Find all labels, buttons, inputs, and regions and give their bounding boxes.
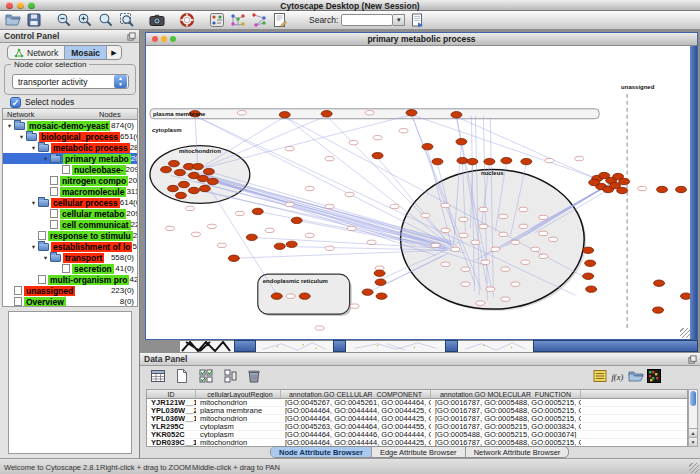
table-row[interactable]: YLR295Ccytoplasm[GO:0045263, GO:0044464,… — [147, 423, 687, 431]
delete-icon[interactable] — [246, 368, 262, 384]
tree-col-nodes[interactable]: Nodes — [99, 110, 137, 119]
zoom-in-icon[interactable] — [77, 12, 93, 28]
zoom-fit-icon[interactable] — [119, 12, 135, 28]
tree-row[interactable]: ▼transport558(0) — [3, 252, 137, 263]
table-cell[interactable]: [GO:0016787, GO:0005215, GO:0003824, G..… — [431, 423, 581, 430]
attributes-list-icon[interactable] — [592, 368, 608, 384]
save-icon[interactable] — [26, 12, 42, 28]
table-cell[interactable]: YPL036W__2 — [147, 407, 196, 414]
background-window-fragment[interactable] — [458, 340, 533, 352]
tree-row[interactable]: ▼establishment of lo558(0) — [3, 241, 137, 252]
layout-spring-icon[interactable] — [251, 12, 267, 28]
expand-arrow-icon[interactable]: ▼ — [29, 200, 38, 206]
table-cell[interactable]: [GO:0005488, GO:0005215, GO:0003674] — [431, 431, 581, 438]
annotation-icon[interactable] — [272, 12, 288, 28]
tab-network-attribute-browser[interactable]: Network Attribute Browser — [466, 447, 569, 457]
tab-edge-attribute-browser[interactable]: Edge Attribute Browser — [372, 447, 466, 457]
expand-arrow-icon[interactable]: ▼ — [17, 134, 26, 140]
table-row[interactable]: YPL036W__1mitochondrion[GO:0044464, GO:0… — [147, 415, 687, 423]
column-header[interactable]: annotation.GO CELLULAR_COMPONENT — [281, 390, 431, 398]
scrollbar-thumb[interactable] — [690, 391, 696, 406]
select-nodes-checkbox[interactable]: ✓ — [10, 97, 21, 108]
table-cell[interactable]: YJR121W__1 — [147, 399, 196, 406]
expand-arrow-icon[interactable]: ▼ — [41, 156, 50, 162]
table-row[interactable]: YPL036W__2plasma membrane[GO:0044464, GO… — [147, 407, 687, 415]
table-scrollbar[interactable]: ▲ ▼ — [688, 389, 698, 447]
snapshot-icon[interactable] — [149, 12, 165, 28]
background-window-fragment[interactable] — [346, 340, 445, 352]
import-attributes-icon[interactable] — [628, 368, 644, 384]
search-input[interactable] — [341, 14, 393, 26]
table-cell[interactable]: cytoplasm — [196, 423, 281, 430]
network-frame-titlebar[interactable]: primary metabolic process — [146, 33, 697, 46]
expand-arrow-icon[interactable]: ▼ — [5, 123, 14, 129]
table-cell[interactable]: [GO:0045267, GO:0045261, GO:0044464, G..… — [281, 399, 431, 406]
column-header[interactable]: _cellularLayoutRegion — [196, 390, 281, 398]
table-icon[interactable] — [150, 368, 166, 384]
table-cell[interactable]: [GO:0016787, GO:0005488, GO:0005215, G..… — [431, 415, 581, 422]
scroll-up-button[interactable]: ▲ — [689, 428, 697, 437]
column-header[interactable]: annotation.GO MOLECULAR_FUNCTION — [431, 390, 581, 398]
tree-row[interactable]: cell communicat22(0) — [3, 219, 137, 230]
tab-mosaic[interactable]: Mosaic — [65, 46, 107, 59]
table-row[interactable]: YKR052Ccytoplasm[GO:0044464, GO:0044446,… — [147, 431, 687, 439]
unselect-attributes-icon[interactable] — [222, 368, 238, 384]
float-panel-icon[interactable] — [688, 355, 697, 364]
tree-row[interactable]: cellular metabo209(0) — [3, 208, 137, 219]
tree-row[interactable]: Overview8(0) — [3, 296, 137, 307]
node-color-dropdown[interactable]: transporter activity ▲▼ — [12, 74, 129, 89]
window-resize-grip[interactable] — [689, 463, 699, 473]
table-cell[interactable]: [GO:0044464, GO:0044444, GO:0044425, G..… — [281, 415, 431, 422]
tree-row[interactable]: nitrogen compo209(0) — [3, 175, 137, 186]
minimized-window-titlebar[interactable] — [445, 340, 458, 352]
search-go-icon[interactable] — [410, 12, 426, 28]
minimized-window-titlebar[interactable] — [234, 340, 256, 352]
tree-row[interactable]: ▼biological_process651(0) — [3, 131, 137, 142]
table-cell[interactable]: [GO:0044464, GO:0044444, GO:0044425, G..… — [281, 407, 431, 414]
table-cell[interactable]: YPL036W__1 — [147, 415, 196, 422]
tree-row[interactable]: response to stimulu264(0) — [3, 230, 137, 241]
matrix-icon[interactable] — [646, 368, 662, 384]
tree-row[interactable]: unassigned223(0) — [3, 285, 137, 296]
tabs-overflow-arrow[interactable]: ▶ — [107, 46, 121, 59]
open-icon[interactable] — [5, 12, 21, 28]
tab-network[interactable]: Network — [8, 46, 65, 59]
layout-grid-icon[interactable] — [230, 12, 246, 28]
minimized-window-titlebar[interactable] — [333, 340, 346, 352]
table-cell[interactable]: YDR039C__1 — [147, 439, 196, 446]
network-canvas[interactable]: plasma membranecytoplasmmitochondrionnuc… — [146, 46, 690, 339]
background-window-fragment[interactable] — [256, 340, 333, 352]
tree-col-network[interactable]: Network — [3, 110, 35, 119]
search-dropdown-button[interactable]: ▼ — [393, 14, 405, 26]
new-page-icon[interactable] — [174, 368, 190, 384]
tree-row[interactable]: macromolecule311(0) — [3, 186, 137, 197]
tree-row[interactable]: ▼cellular process614(0) — [3, 197, 137, 208]
table-cell[interactable]: mitochondrion — [196, 415, 281, 422]
table-cell[interactable]: YLR295C — [147, 423, 196, 430]
tab-node-attribute-browser[interactable]: Node Attribute Browser — [271, 447, 372, 457]
table-cell[interactable]: [GO:0045263, GO:0044464, GO:0044455, G..… — [281, 423, 431, 430]
background-window-fragment[interactable] — [180, 340, 234, 352]
table-cell[interactable]: [GO:0016787, GO:0005488, GO:0005215, G..… — [431, 399, 581, 406]
float-panel-icon[interactable] — [127, 32, 136, 41]
table-row[interactable]: YJR121W__1mitochondrion[GO:0045267, GO:0… — [147, 399, 687, 407]
table-cell[interactable]: plasma membrane — [196, 407, 281, 414]
function-icon[interactable]: f(x) — [610, 368, 626, 384]
tree-row[interactable]: secretion41(0) — [3, 263, 137, 274]
tree-row[interactable]: multi-organism pro42(0) — [3, 274, 137, 285]
scroll-down-button[interactable]: ▼ — [689, 437, 697, 446]
table-cell[interactable]: [GO:0016787, GO:0005488, GO:0005215, G..… — [431, 407, 581, 414]
expand-arrow-icon[interactable]: ▼ — [29, 145, 38, 151]
frame-resize-grip[interactable] — [680, 328, 690, 338]
minimized-window-titlebar[interactable] — [533, 340, 698, 352]
zoom-actual-icon[interactable] — [98, 12, 114, 28]
tree-row[interactable]: ▼metabolic process280(0) — [3, 142, 137, 153]
table-cell[interactable]: [GO:0044464, GO:0044446, GO:0044444, G..… — [281, 431, 431, 438]
expand-arrow-icon[interactable]: ▼ — [29, 244, 38, 250]
help-icon[interactable] — [179, 12, 195, 28]
column-header[interactable]: ID — [147, 390, 196, 398]
select-attributes-icon[interactable] — [198, 368, 214, 384]
table-cell[interactable]: cytoplasm — [196, 431, 281, 438]
table-cell[interactable]: mitochondrion — [196, 399, 281, 406]
table-cell[interactable]: mitochondrion — [196, 439, 281, 446]
